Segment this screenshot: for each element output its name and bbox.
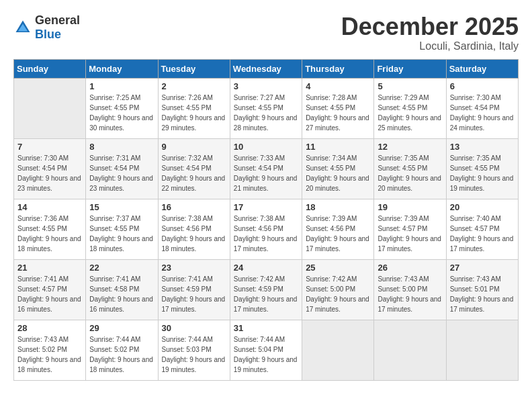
weekday-header-cell: Friday xyxy=(374,59,446,78)
calendar-day-cell: 12Sunrise: 7:35 AMSunset: 4:55 PMDayligh… xyxy=(374,138,446,199)
logo: General Blue xyxy=(13,13,80,42)
calendar-day-cell: 1Sunrise: 7:25 AMSunset: 4:55 PMDaylight… xyxy=(86,78,158,138)
day-info: Sunrise: 7:36 AMSunset: 4:55 PMDaylight:… xyxy=(17,214,82,254)
day-info: Sunrise: 7:42 AMSunset: 4:59 PMDaylight:… xyxy=(234,274,298,314)
day-number: 8 xyxy=(89,142,154,152)
day-number: 15 xyxy=(89,202,154,212)
day-info: Sunrise: 7:41 AMSunset: 4:59 PMDaylight:… xyxy=(162,274,226,314)
day-number: 3 xyxy=(234,81,298,91)
day-number: 29 xyxy=(89,323,154,333)
calendar-day-cell: 23Sunrise: 7:41 AMSunset: 4:59 PMDayligh… xyxy=(158,259,230,320)
calendar-day-cell: 13Sunrise: 7:35 AMSunset: 4:55 PMDayligh… xyxy=(446,138,518,199)
day-number: 21 xyxy=(17,263,82,273)
calendar-day-cell: 30Sunrise: 7:44 AMSunset: 5:03 PMDayligh… xyxy=(158,320,230,380)
day-number: 31 xyxy=(234,323,298,333)
day-number: 13 xyxy=(450,142,515,152)
calendar-week-row: 21Sunrise: 7:41 AMSunset: 4:57 PMDayligh… xyxy=(14,259,519,320)
calendar-day-cell: 3Sunrise: 7:27 AMSunset: 4:55 PMDaylight… xyxy=(230,78,302,138)
location-title: Loculi, Sardinia, Italy xyxy=(341,40,519,52)
calendar-week-row: 7Sunrise: 7:30 AMSunset: 4:54 PMDaylight… xyxy=(14,138,519,199)
calendar-day-cell: 7Sunrise: 7:30 AMSunset: 4:54 PMDaylight… xyxy=(14,138,86,199)
day-info: Sunrise: 7:38 AMSunset: 4:56 PMDaylight:… xyxy=(162,214,226,254)
day-info: Sunrise: 7:39 AMSunset: 4:56 PMDaylight:… xyxy=(306,214,370,254)
weekday-header-cell: Saturday xyxy=(446,59,518,78)
weekday-header-cell: Wednesday xyxy=(230,59,302,78)
day-number: 30 xyxy=(162,323,226,333)
calendar-day-cell: 6Sunrise: 7:30 AMSunset: 4:54 PMDaylight… xyxy=(446,78,518,138)
day-info: Sunrise: 7:43 AMSunset: 5:01 PMDaylight:… xyxy=(450,274,515,314)
day-number: 19 xyxy=(378,202,442,212)
day-number: 9 xyxy=(162,142,226,152)
calendar-day-cell: 15Sunrise: 7:37 AMSunset: 4:55 PMDayligh… xyxy=(86,199,158,259)
calendar-week-row: 28Sunrise: 7:43 AMSunset: 5:02 PMDayligh… xyxy=(14,320,519,380)
day-info: Sunrise: 7:35 AMSunset: 4:55 PMDaylight:… xyxy=(378,153,442,193)
day-number: 12 xyxy=(378,142,442,152)
calendar-day-cell: 5Sunrise: 7:29 AMSunset: 4:55 PMDaylight… xyxy=(374,78,446,138)
weekday-header-cell: Tuesday xyxy=(158,59,230,78)
day-info: Sunrise: 7:32 AMSunset: 4:54 PMDaylight:… xyxy=(162,153,226,193)
calendar-day-cell: 24Sunrise: 7:42 AMSunset: 4:59 PMDayligh… xyxy=(230,259,302,320)
day-number: 11 xyxy=(306,142,370,152)
calendar-day-cell: 10Sunrise: 7:33 AMSunset: 4:54 PMDayligh… xyxy=(230,138,302,199)
day-info: Sunrise: 7:44 AMSunset: 5:02 PMDaylight:… xyxy=(89,334,154,375)
day-info: Sunrise: 7:39 AMSunset: 4:57 PMDaylight:… xyxy=(378,214,442,254)
day-info: Sunrise: 7:44 AMSunset: 5:03 PMDaylight:… xyxy=(162,334,226,375)
calendar-day-cell: 19Sunrise: 7:39 AMSunset: 4:57 PMDayligh… xyxy=(374,199,446,259)
calendar-week-row: 1Sunrise: 7:25 AMSunset: 4:55 PMDaylight… xyxy=(14,78,519,138)
weekday-header-cell: Monday xyxy=(86,59,158,78)
calendar-day-cell: 22Sunrise: 7:41 AMSunset: 4:58 PMDayligh… xyxy=(86,259,158,320)
day-info: Sunrise: 7:43 AMSunset: 5:00 PMDaylight:… xyxy=(378,274,442,314)
day-number: 20 xyxy=(450,202,515,212)
calendar-day-cell: 26Sunrise: 7:43 AMSunset: 5:00 PMDayligh… xyxy=(374,259,446,320)
day-number: 6 xyxy=(450,81,515,91)
day-number: 4 xyxy=(306,81,370,91)
calendar-day-cell xyxy=(446,320,518,380)
calendar-week-row: 14Sunrise: 7:36 AMSunset: 4:55 PMDayligh… xyxy=(14,199,519,259)
day-number: 26 xyxy=(378,263,442,273)
month-title: December 2025 xyxy=(341,13,519,40)
calendar-day-cell: 8Sunrise: 7:31 AMSunset: 4:54 PMDaylight… xyxy=(86,138,158,199)
calendar-day-cell: 27Sunrise: 7:43 AMSunset: 5:01 PMDayligh… xyxy=(446,259,518,320)
day-info: Sunrise: 7:38 AMSunset: 4:56 PMDaylight:… xyxy=(234,214,298,254)
day-info: Sunrise: 7:34 AMSunset: 4:55 PMDaylight:… xyxy=(306,153,370,193)
day-number: 7 xyxy=(17,142,82,152)
calendar-day-cell: 31Sunrise: 7:44 AMSunset: 5:04 PMDayligh… xyxy=(230,320,302,380)
day-info: Sunrise: 7:25 AMSunset: 4:55 PMDaylight:… xyxy=(89,93,154,133)
day-number: 16 xyxy=(162,202,226,212)
day-info: Sunrise: 7:44 AMSunset: 5:04 PMDaylight:… xyxy=(234,334,298,375)
calendar-day-cell xyxy=(302,320,374,380)
calendar-day-cell: 4Sunrise: 7:28 AMSunset: 4:55 PMDaylight… xyxy=(302,78,374,138)
title-area: December 2025 Loculi, Sardinia, Italy xyxy=(341,13,519,52)
day-number: 27 xyxy=(450,263,515,273)
calendar-day-cell xyxy=(374,320,446,380)
day-info: Sunrise: 7:35 AMSunset: 4:55 PMDaylight:… xyxy=(450,153,515,193)
day-info: Sunrise: 7:40 AMSunset: 4:57 PMDaylight:… xyxy=(450,214,515,254)
calendar-day-cell xyxy=(14,78,86,138)
calendar-body: 1Sunrise: 7:25 AMSunset: 4:55 PMDaylight… xyxy=(14,78,519,380)
day-info: Sunrise: 7:33 AMSunset: 4:54 PMDaylight:… xyxy=(234,153,298,193)
day-number: 22 xyxy=(89,263,154,273)
day-info: Sunrise: 7:37 AMSunset: 4:55 PMDaylight:… xyxy=(89,214,154,254)
day-info: Sunrise: 7:27 AMSunset: 4:55 PMDaylight:… xyxy=(234,93,298,133)
weekday-header-cell: Sunday xyxy=(14,59,86,78)
day-info: Sunrise: 7:42 AMSunset: 5:00 PMDaylight:… xyxy=(306,274,370,314)
day-number: 24 xyxy=(234,263,298,273)
calendar-day-cell: 29Sunrise: 7:44 AMSunset: 5:02 PMDayligh… xyxy=(86,320,158,380)
day-info: Sunrise: 7:30 AMSunset: 4:54 PMDaylight:… xyxy=(450,93,515,133)
weekday-header-cell: Thursday xyxy=(302,59,374,78)
day-number: 28 xyxy=(17,323,82,333)
day-info: Sunrise: 7:30 AMSunset: 4:54 PMDaylight:… xyxy=(17,153,82,193)
day-number: 18 xyxy=(306,202,370,212)
day-info: Sunrise: 7:28 AMSunset: 4:55 PMDaylight:… xyxy=(306,93,370,133)
day-info: Sunrise: 7:41 AMSunset: 4:57 PMDaylight:… xyxy=(17,274,82,314)
calendar-day-cell: 17Sunrise: 7:38 AMSunset: 4:56 PMDayligh… xyxy=(230,199,302,259)
day-number: 23 xyxy=(162,263,226,273)
calendar-day-cell: 9Sunrise: 7:32 AMSunset: 4:54 PMDaylight… xyxy=(158,138,230,199)
day-number: 2 xyxy=(162,81,226,91)
calendar-day-cell: 21Sunrise: 7:41 AMSunset: 4:57 PMDayligh… xyxy=(14,259,86,320)
header: General Blue December 2025 Loculi, Sardi… xyxy=(13,13,519,52)
day-info: Sunrise: 7:41 AMSunset: 4:58 PMDaylight:… xyxy=(89,274,154,314)
day-info: Sunrise: 7:29 AMSunset: 4:55 PMDaylight:… xyxy=(378,93,442,133)
day-info: Sunrise: 7:43 AMSunset: 5:02 PMDaylight:… xyxy=(17,334,82,375)
calendar-day-cell: 14Sunrise: 7:36 AMSunset: 4:55 PMDayligh… xyxy=(14,199,86,259)
